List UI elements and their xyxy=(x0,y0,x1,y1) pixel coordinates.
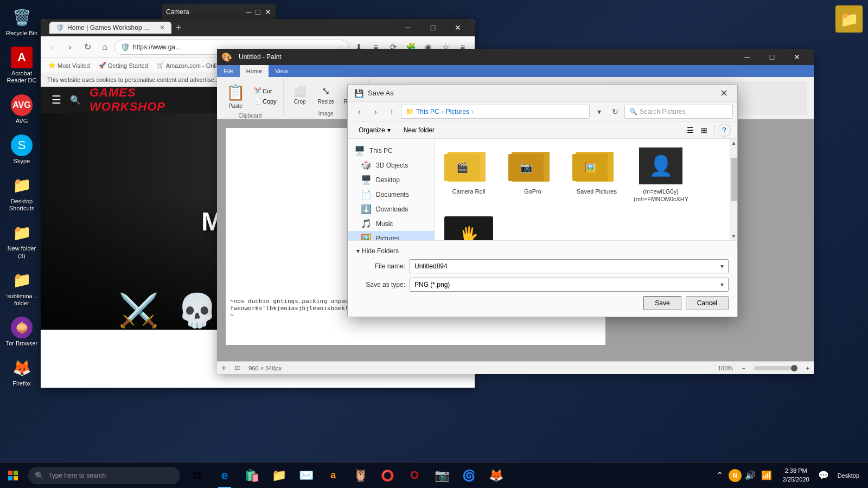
firefox-icon[interactable]: 🦊 Firefox xyxy=(3,355,41,389)
savetype-input[interactable]: PNG (*.png) ▾ xyxy=(410,278,729,292)
forward-btn[interactable]: › xyxy=(62,40,78,55)
edge-app[interactable]: e xyxy=(212,463,238,489)
sidebar-desktop[interactable]: 🖥️ Desktop xyxy=(348,172,434,187)
scroll-up-arrow[interactable]: ▲ xyxy=(730,139,737,147)
opera-app[interactable]: O xyxy=(401,463,427,489)
new-tab-btn[interactable]: + xyxy=(171,22,186,34)
bookmark-getting-started[interactable]: 🚀 Getting Started xyxy=(95,61,151,70)
paint-view-tab[interactable]: View xyxy=(269,65,295,77)
avg-icon[interactable]: AVG AVG xyxy=(3,92,41,127)
sidebar-pictures[interactable]: 🖼️ Pictures xyxy=(348,231,434,240)
show-hidden-icons-btn[interactable]: ⌃ xyxy=(712,463,727,489)
sidebar-this-pc[interactable]: 🖥️ This PC xyxy=(348,143,434,158)
paint-crop-btn[interactable]: ⬜ Crop xyxy=(288,81,312,108)
start-button[interactable] xyxy=(0,463,26,489)
origin-app[interactable]: ⭕ xyxy=(374,463,400,489)
help-btn[interactable]: ? xyxy=(718,124,731,137)
tripadvisor-app[interactable]: 🦉 xyxy=(347,463,373,489)
organize-btn[interactable]: Organize ▾ xyxy=(354,125,395,136)
paint-add-btn[interactable]: + xyxy=(221,363,226,373)
paint-zoom-thumb[interactable] xyxy=(791,365,797,371)
file-profile[interactable]: 👤 (m=ewlLG0y)(mh=FMNOM0cXHYnQa4ZO)male xyxy=(631,143,691,208)
mail-app[interactable]: ✉️ xyxy=(293,463,319,489)
breadcrumb-pictures[interactable]: Pictures xyxy=(446,108,469,115)
paint-minimize-btn[interactable]: ─ xyxy=(735,48,760,66)
amazon-app[interactable]: a xyxy=(320,463,346,489)
sidebar-documents[interactable]: 📄 Documents xyxy=(348,187,434,202)
breadcrumb-this-pc[interactable]: This PC xyxy=(416,108,439,115)
scroll-down-arrow[interactable]: ▼ xyxy=(730,232,737,240)
saveas-close-btn[interactable]: ✕ xyxy=(717,86,731,100)
refresh-btn[interactable]: ↻ xyxy=(80,40,95,55)
home-btn[interactable]: ⌂ xyxy=(97,40,112,55)
acrobat-icon[interactable]: A Acrobat Reader DC xyxy=(3,44,41,86)
paint-zoom-plus[interactable]: + xyxy=(806,365,809,371)
hide-folders-btn[interactable]: ▾ Hide Folders xyxy=(356,247,399,255)
saveas-back-btn[interactable]: ‹ xyxy=(352,105,366,119)
scroll-thumb[interactable] xyxy=(731,158,737,201)
new-folder-icon[interactable]: 📁 New folder (3) xyxy=(3,220,41,261)
store-app[interactable]: 🛍️ xyxy=(239,463,265,489)
file-7[interactable]: 🖐️ 7 xyxy=(439,212,499,240)
paint-close-btn[interactable]: ✕ xyxy=(784,48,809,66)
gw-search-btn[interactable]: 🔍 xyxy=(70,95,81,105)
gw-hamburger-btn[interactable]: ☰ xyxy=(52,93,61,106)
paint-cut-btn[interactable]: ✂️ Cut xyxy=(252,86,279,95)
saveas-breadcrumb[interactable]: 📁 This PC › Pictures › xyxy=(401,105,590,119)
camera-app[interactable]: 📷 xyxy=(429,463,455,489)
app12[interactable]: 🌀 xyxy=(456,463,482,489)
desktop-shortcuts-icon[interactable]: 📁 Desktop Shortcuts xyxy=(3,172,41,214)
file-gopro[interactable]: 📷 GoPro xyxy=(503,143,563,208)
firefox-taskbar-app[interactable]: 🦊 xyxy=(483,463,509,489)
sidebar-music[interactable]: 🎵 Music xyxy=(348,216,434,231)
new-folder-btn[interactable]: New folder xyxy=(399,125,439,136)
desktop-corner-icon[interactable]: 📁 xyxy=(835,5,863,33)
paint-restore-btn[interactable]: □ xyxy=(760,48,784,66)
save-btn[interactable]: Save xyxy=(643,296,681,310)
saveas-up-btn[interactable]: ↑ xyxy=(385,105,399,119)
sublimina-folder-icon[interactable]: 📁 'sublimina... folder xyxy=(3,267,41,309)
tor-browser-icon[interactable]: 🧅 Tor Browser xyxy=(3,314,41,349)
folder-app[interactable]: 📁 xyxy=(266,463,292,489)
saveas-forward-btn[interactable]: › xyxy=(368,105,382,119)
network-icon[interactable]: 📶 xyxy=(759,463,774,489)
browser-minimize-btn[interactable]: ─ xyxy=(395,19,420,36)
view-grid-btn[interactable]: ⊞ xyxy=(698,124,711,137)
task-view-btn[interactable]: ⧉ xyxy=(184,463,210,489)
antivirus-icon[interactable]: N xyxy=(729,469,742,482)
taskbar-clock[interactable]: 2:38 PM 2/25/2020 xyxy=(778,467,814,484)
file-saved-pictures[interactable]: 🖼️ Saved Pictures xyxy=(567,143,627,208)
file-camera-roll[interactable]: 🎬 Camera Roll xyxy=(439,143,499,208)
saveas-location-dropdown[interactable]: ▾ xyxy=(592,105,606,119)
paint-home-tab[interactable]: Home xyxy=(240,65,269,77)
notification-center-btn[interactable]: 💬 xyxy=(816,463,831,489)
paint-zoom-slider[interactable] xyxy=(754,366,797,370)
paint-zoom-minus[interactable]: − xyxy=(742,365,745,371)
skype-icon[interactable]: S Skype xyxy=(3,132,41,167)
cancel-btn[interactable]: Cancel xyxy=(686,296,729,310)
tab-close-btn[interactable]: ✕ xyxy=(159,24,165,31)
desktop-btn[interactable]: Desktop xyxy=(833,472,864,479)
sidebar-downloads[interactable]: ⬇️ Downloads xyxy=(348,202,434,216)
paint-file-tab[interactable]: File xyxy=(217,65,240,77)
view-list-btn[interactable]: ☰ xyxy=(684,124,697,137)
camera-close-btn[interactable]: ✕ xyxy=(265,8,271,16)
saveas-scrollbar[interactable]: ▲ ▼ xyxy=(730,139,737,240)
bookmark-most-visited[interactable]: ⭐ Most Visited xyxy=(45,61,93,70)
saveas-refresh-btn[interactable]: ↻ xyxy=(608,105,622,119)
active-browser-tab[interactable]: 🛡️ Home | Games Workshop Web... ✕ xyxy=(49,22,171,34)
volume-icon[interactable]: 🔊 xyxy=(743,463,758,489)
paint-paste-btn[interactable]: 📋 Paste xyxy=(221,79,250,113)
sidebar-3d-objects[interactable]: 🎲 3D Objects xyxy=(348,158,434,172)
back-btn[interactable]: ‹ xyxy=(45,40,60,55)
recycle-bin-icon[interactable]: 🗑️ Recycle Bin xyxy=(3,4,41,39)
taskbar-search-box[interactable]: 🔍 Type here to search xyxy=(28,467,180,484)
paint-copy-btn[interactable]: 📄 Copy xyxy=(252,97,279,106)
browser-close-btn[interactable]: ✕ xyxy=(445,19,470,36)
camera-maximize-btn[interactable]: □ xyxy=(256,8,260,16)
paint-resize-btn[interactable]: ⤡ Resize xyxy=(314,81,338,108)
filename-input[interactable]: Untitled894 ▾ xyxy=(410,259,729,273)
browser-restore-btn[interactable]: □ xyxy=(420,19,445,36)
camera-minimize-btn[interactable]: ─ xyxy=(246,8,252,16)
saveas-search-box[interactable]: 🔍 Search Pictures xyxy=(624,105,733,119)
